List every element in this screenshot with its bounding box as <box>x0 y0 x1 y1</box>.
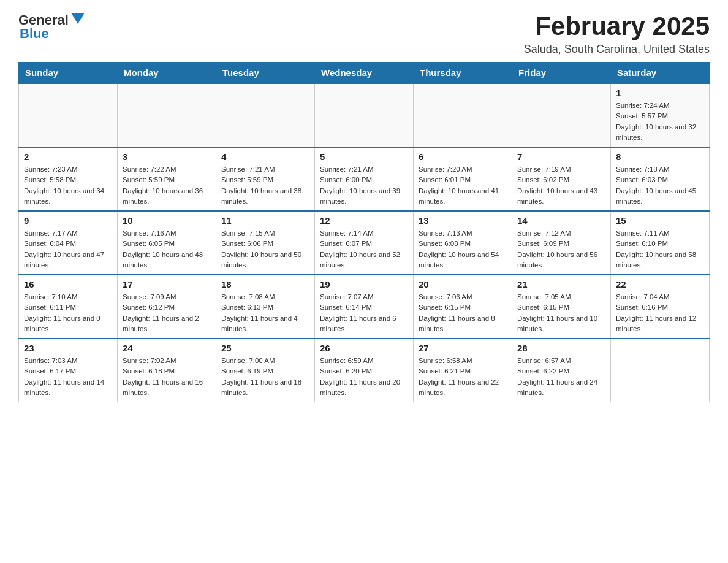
weekday-header-row: Sunday Monday Tuesday Wednesday Thursday… <box>19 63 710 84</box>
day-info: Sunrise: 7:06 AMSunset: 6:15 PMDaylight:… <box>419 292 507 334</box>
day-number: 24 <box>123 343 211 353</box>
day-info: Sunrise: 7:10 AMSunset: 6:11 PMDaylight:… <box>24 292 112 334</box>
header-sunday: Sunday <box>19 63 118 84</box>
table-row: 28Sunrise: 6:57 AMSunset: 6:22 PMDayligh… <box>512 339 611 402</box>
table-row: 17Sunrise: 7:09 AMSunset: 6:12 PMDayligh… <box>118 275 216 339</box>
day-number: 18 <box>221 279 309 289</box>
table-row: 2Sunrise: 7:23 AMSunset: 5:58 PMDaylight… <box>19 147 118 211</box>
table-row: 11Sunrise: 7:15 AMSunset: 6:06 PMDayligh… <box>216 211 315 275</box>
page-header: General Blue February 2025 Saluda, South… <box>18 12 710 56</box>
day-number: 25 <box>221 343 309 353</box>
day-info: Sunrise: 7:19 AMSunset: 6:02 PMDaylight:… <box>517 164 605 207</box>
day-info: Sunrise: 7:13 AMSunset: 6:08 PMDaylight:… <box>419 228 507 270</box>
table-row: 20Sunrise: 7:06 AMSunset: 6:15 PMDayligh… <box>414 275 512 339</box>
table-row <box>315 83 414 147</box>
calendar-week-row: 9Sunrise: 7:17 AMSunset: 6:04 PMDaylight… <box>19 211 710 275</box>
day-number: 23 <box>24 343 112 353</box>
day-number: 15 <box>616 215 704 226</box>
day-number: 12 <box>320 215 408 226</box>
day-info: Sunrise: 7:23 AMSunset: 5:58 PMDaylight:… <box>24 164 112 207</box>
calendar-week-row: 23Sunrise: 7:03 AMSunset: 6:17 PMDayligh… <box>19 339 710 402</box>
day-number: 28 <box>517 343 605 353</box>
day-number: 10 <box>123 215 211 226</box>
day-info: Sunrise: 7:24 AMSunset: 5:57 PMDaylight:… <box>616 101 704 143</box>
day-info: Sunrise: 7:05 AMSunset: 6:15 PMDaylight:… <box>517 292 605 334</box>
header-saturday: Saturday <box>611 63 710 84</box>
day-info: Sunrise: 7:17 AMSunset: 6:04 PMDaylight:… <box>24 228 112 270</box>
table-row: 26Sunrise: 6:59 AMSunset: 6:20 PMDayligh… <box>315 339 414 402</box>
header-tuesday: Tuesday <box>216 63 315 84</box>
table-row <box>611 339 710 402</box>
day-number: 17 <box>123 279 211 289</box>
day-info: Sunrise: 7:12 AMSunset: 6:09 PMDaylight:… <box>517 228 605 270</box>
title-block: February 2025 Saluda, South Carolina, Un… <box>524 12 710 56</box>
day-number: 14 <box>517 215 605 226</box>
day-number: 7 <box>517 151 605 162</box>
table-row: 24Sunrise: 7:02 AMSunset: 6:18 PMDayligh… <box>118 339 216 402</box>
day-number: 27 <box>419 343 507 353</box>
day-number: 9 <box>24 215 112 226</box>
day-number: 26 <box>320 343 408 353</box>
table-row: 22Sunrise: 7:04 AMSunset: 6:16 PMDayligh… <box>611 275 710 339</box>
day-info: Sunrise: 6:57 AMSunset: 6:22 PMDaylight:… <box>517 356 605 398</box>
table-row <box>216 83 315 147</box>
day-number: 8 <box>616 151 704 162</box>
day-info: Sunrise: 7:14 AMSunset: 6:07 PMDaylight:… <box>320 228 408 270</box>
svg-marker-0 <box>71 13 85 24</box>
calendar-week-row: 2Sunrise: 7:23 AMSunset: 5:58 PMDaylight… <box>19 147 710 211</box>
table-row: 25Sunrise: 7:00 AMSunset: 6:19 PMDayligh… <box>216 339 315 402</box>
day-number: 3 <box>123 151 211 162</box>
day-info: Sunrise: 7:02 AMSunset: 6:18 PMDaylight:… <box>123 356 211 398</box>
logo-arrow-icon <box>71 13 85 24</box>
day-number: 1 <box>616 88 704 98</box>
day-info: Sunrise: 7:20 AMSunset: 6:01 PMDaylight:… <box>419 164 507 207</box>
table-row: 3Sunrise: 7:22 AMSunset: 5:59 PMDaylight… <box>118 147 216 211</box>
table-row: 12Sunrise: 7:14 AMSunset: 6:07 PMDayligh… <box>315 211 414 275</box>
table-row: 14Sunrise: 7:12 AMSunset: 6:09 PMDayligh… <box>512 211 611 275</box>
calendar-table: Sunday Monday Tuesday Wednesday Thursday… <box>18 62 710 402</box>
day-info: Sunrise: 6:58 AMSunset: 6:21 PMDaylight:… <box>419 356 507 398</box>
day-info: Sunrise: 7:15 AMSunset: 6:06 PMDaylight:… <box>221 228 309 270</box>
day-number: 16 <box>24 279 112 289</box>
table-row: 9Sunrise: 7:17 AMSunset: 6:04 PMDaylight… <box>19 211 118 275</box>
day-info: Sunrise: 7:21 AMSunset: 6:00 PMDaylight:… <box>320 164 408 207</box>
day-number: 13 <box>419 215 507 226</box>
table-row: 10Sunrise: 7:16 AMSunset: 6:05 PMDayligh… <box>118 211 216 275</box>
table-row: 21Sunrise: 7:05 AMSunset: 6:15 PMDayligh… <box>512 275 611 339</box>
day-info: Sunrise: 7:00 AMSunset: 6:19 PMDaylight:… <box>221 356 309 398</box>
table-row: 18Sunrise: 7:08 AMSunset: 6:13 PMDayligh… <box>216 275 315 339</box>
day-number: 5 <box>320 151 408 162</box>
day-number: 20 <box>419 279 507 289</box>
day-info: Sunrise: 7:16 AMSunset: 6:05 PMDaylight:… <box>123 228 211 270</box>
day-number: 6 <box>419 151 507 162</box>
table-row: 7Sunrise: 7:19 AMSunset: 6:02 PMDaylight… <box>512 147 611 211</box>
calendar-week-row: 16Sunrise: 7:10 AMSunset: 6:11 PMDayligh… <box>19 275 710 339</box>
day-info: Sunrise: 7:08 AMSunset: 6:13 PMDaylight:… <box>221 292 309 334</box>
table-row: 5Sunrise: 7:21 AMSunset: 6:00 PMDaylight… <box>315 147 414 211</box>
day-number: 19 <box>320 279 408 289</box>
day-info: Sunrise: 7:09 AMSunset: 6:12 PMDaylight:… <box>123 292 211 334</box>
table-row: 4Sunrise: 7:21 AMSunset: 5:59 PMDaylight… <box>216 147 315 211</box>
table-row <box>118 83 216 147</box>
calendar-week-row: 1Sunrise: 7:24 AMSunset: 5:57 PMDaylight… <box>19 83 710 147</box>
table-row: 27Sunrise: 6:58 AMSunset: 6:21 PMDayligh… <box>414 339 512 402</box>
logo-blue-text: Blue <box>20 26 49 42</box>
header-friday: Friday <box>512 63 611 84</box>
header-thursday: Thursday <box>414 63 512 84</box>
day-number: 2 <box>24 151 112 162</box>
month-year-title: February 2025 <box>524 12 710 40</box>
table-row: 19Sunrise: 7:07 AMSunset: 6:14 PMDayligh… <box>315 275 414 339</box>
logo: General Blue <box>18 12 85 42</box>
table-row: 6Sunrise: 7:20 AMSunset: 6:01 PMDaylight… <box>414 147 512 211</box>
day-number: 4 <box>221 151 309 162</box>
table-row: 16Sunrise: 7:10 AMSunset: 6:11 PMDayligh… <box>19 275 118 339</box>
day-number: 11 <box>221 215 309 226</box>
day-info: Sunrise: 7:21 AMSunset: 5:59 PMDaylight:… <box>221 164 309 207</box>
table-row <box>512 83 611 147</box>
table-row: 15Sunrise: 7:11 AMSunset: 6:10 PMDayligh… <box>611 211 710 275</box>
day-number: 21 <box>517 279 605 289</box>
day-info: Sunrise: 7:03 AMSunset: 6:17 PMDaylight:… <box>24 356 112 398</box>
day-info: Sunrise: 7:11 AMSunset: 6:10 PMDaylight:… <box>616 228 704 270</box>
table-row: 8Sunrise: 7:18 AMSunset: 6:03 PMDaylight… <box>611 147 710 211</box>
day-info: Sunrise: 7:22 AMSunset: 5:59 PMDaylight:… <box>123 164 211 207</box>
